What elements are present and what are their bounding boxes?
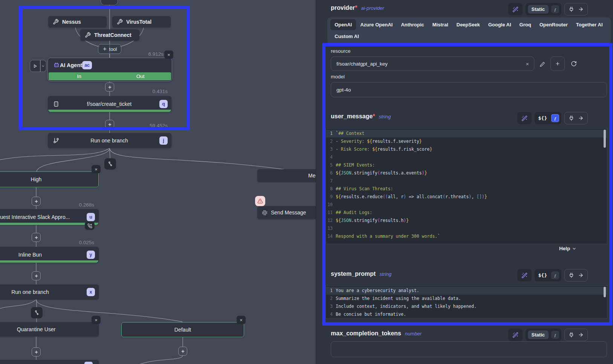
insert-step-button[interactable] xyxy=(105,120,114,129)
provider-tab-openai[interactable]: OpenAI xyxy=(330,19,356,30)
provider-tab-google-ai[interactable]: Google AI xyxy=(484,19,515,30)
add-branch-button[interactable] xyxy=(31,307,43,318)
code-line[interactable]: 12${JSON.stringify(results.h)} xyxy=(326,217,607,225)
insert-step-button[interactable] xyxy=(32,233,41,242)
provider-tab-azure-openai[interactable]: Azure OpenAI xyxy=(356,19,397,30)
run-one-branch-node-x[interactable]: Run one branch x xyxy=(0,284,99,300)
code-line[interactable]: 1`## Context xyxy=(326,130,607,138)
ai-wand-button[interactable] xyxy=(517,112,532,124)
system-prompt-code-editor[interactable]: 1You are a cybersecurity analyst.2Summar… xyxy=(326,285,607,319)
code-line[interactable]: 13 xyxy=(326,225,607,232)
code-line[interactable]: 6${JSON.stringify(results.a.events)} xyxy=(326,169,607,177)
close-icon[interactable]: × xyxy=(92,165,101,173)
create-ticket-node[interactable]: f/soar/create_ticket q xyxy=(48,96,171,112)
insert-step-button[interactable] xyxy=(32,271,41,280)
insert-step-button[interactable] xyxy=(32,197,41,206)
send-message-node[interactable]: Send Message xyxy=(257,206,316,219)
clear-icon[interactable]: × xyxy=(521,61,534,67)
code-line[interactable]: 2Summarize the incident using the availa… xyxy=(326,295,607,303)
arrow-right-icon[interactable] xyxy=(578,332,584,338)
user-message-code-editor[interactable]: 1`## Context2- Severity: ${results.f.sev… xyxy=(326,128,607,244)
arrow-right-icon[interactable] xyxy=(578,6,584,12)
function-mode-icon[interactable]: f xyxy=(551,114,559,122)
code-line[interactable]: 1You are a cybersecurity analyst. xyxy=(326,287,607,295)
ai-wand-button[interactable] xyxy=(508,329,523,341)
scrollbar-thumb[interactable] xyxy=(604,130,606,148)
arrow-right-icon[interactable] xyxy=(578,115,584,121)
code-line[interactable]: 5## SIEM Events: xyxy=(326,161,607,169)
tool-node-virustotal[interactable]: VirusTotal xyxy=(112,16,171,28)
branch-node-high[interactable]: High xyxy=(0,171,99,187)
provider-tab-anthropic[interactable]: Anthropic xyxy=(397,19,428,30)
play-icon[interactable] xyxy=(30,60,40,72)
agent-out-handle[interactable]: Out xyxy=(110,72,171,80)
resource-input[interactable]: × xyxy=(331,57,534,71)
help-dropdown[interactable]: Help xyxy=(559,246,576,251)
code-line[interactable]: 2- Severity: ${results.f.severity} xyxy=(326,138,607,145)
tool-node-nessus[interactable]: Nessus xyxy=(48,16,107,28)
add-resource-button[interactable] xyxy=(550,57,565,71)
plug-icon[interactable] xyxy=(569,115,574,121)
function-mode-icon[interactable]: f xyxy=(551,5,559,13)
static-mode-button[interactable]: Static xyxy=(528,5,549,14)
node-stub-bottom[interactable] xyxy=(0,360,99,364)
code-line[interactable]: 4Be concise but informative. xyxy=(326,310,607,318)
model-value[interactable] xyxy=(331,87,607,93)
arrow-right-icon[interactable] xyxy=(578,272,584,278)
ai-wand-button[interactable] xyxy=(517,269,532,281)
provider-tab-together-ai[interactable]: Together AI xyxy=(572,19,607,30)
static-mode-button[interactable]: Static xyxy=(528,330,549,339)
provider-tab-custom-ai[interactable]: Custom AI xyxy=(330,31,363,42)
plus-icon xyxy=(181,349,185,353)
add-tool-button[interactable]: tool xyxy=(98,44,121,54)
provider-tab-mistral[interactable]: Mistral xyxy=(428,19,452,30)
function-mode-icon[interactable]: f xyxy=(551,271,559,279)
plug-icon[interactable] xyxy=(569,332,574,338)
max-completion-tokens-input[interactable] xyxy=(331,341,607,357)
max-completion-tokens-value[interactable] xyxy=(331,347,607,352)
chevron-down-icon[interactable] xyxy=(41,60,46,72)
code-line[interactable]: 9${results.e.reduce((all, r) => all.conc… xyxy=(326,193,607,201)
template-mode-button[interactable]: ${} xyxy=(537,115,549,121)
tool-node-threatconnect[interactable]: ThreatConnect xyxy=(80,29,139,41)
refresh-resources-button[interactable] xyxy=(569,59,578,68)
slack-approval-node[interactable]: Request Interactive Slack Appro... u xyxy=(0,209,99,225)
branch-node-default[interactable]: Default xyxy=(121,322,244,337)
input-node-stub[interactable] xyxy=(101,0,118,5)
function-mode-icon[interactable]: f xyxy=(551,331,559,339)
branch-node-medium[interactable]: Medium xyxy=(257,169,316,182)
resource-value[interactable] xyxy=(331,61,521,67)
code-line[interactable]: 8## Virus Scan Threats: xyxy=(326,185,607,193)
ai-wand-button[interactable] xyxy=(508,3,523,15)
insert-step-button[interactable] xyxy=(178,347,187,356)
code-line[interactable]: 10 xyxy=(326,201,607,209)
run-one-branch-node-j[interactable]: Run one branch j xyxy=(48,133,171,148)
template-mode-button[interactable]: ${} xyxy=(537,272,549,278)
run-node-button[interactable] xyxy=(30,60,46,72)
plug-icon[interactable] xyxy=(569,6,574,12)
provider-tab-groq[interactable]: Groq xyxy=(515,19,535,30)
ai-agent-node[interactable]: AI Agent ac In Out xyxy=(47,58,172,81)
code-line[interactable]: 11## Audit Logs: xyxy=(326,209,607,217)
provider-tab-deepseek[interactable]: DeepSeek xyxy=(452,19,484,30)
quarantine-user-node[interactable]: Quarantine User xyxy=(0,322,99,336)
edit-resource-button[interactable] xyxy=(538,60,547,69)
provider-tab-openrouter[interactable]: OpenRouter xyxy=(535,19,572,30)
close-icon[interactable]: × xyxy=(237,316,246,324)
inline-bun-node[interactable]: Inline Bun y xyxy=(0,247,99,263)
agent-in-handle[interactable]: In xyxy=(49,72,110,80)
flow-canvas[interactable]: Nessus VirusTotal ThreatConnect tool 6.9… xyxy=(0,0,316,364)
code-line[interactable]: 14Respond with a summary under 300 words… xyxy=(326,232,607,240)
code-line[interactable]: 3- Risk Score: ${results.f.risk_score} xyxy=(326,145,607,153)
add-branch-button[interactable] xyxy=(104,158,116,170)
insert-step-button[interactable] xyxy=(105,83,114,92)
code-line[interactable]: 3Include context, indicators, and what l… xyxy=(326,303,607,310)
scrollbar-thumb[interactable] xyxy=(604,287,606,297)
model-input[interactable] xyxy=(331,82,607,97)
insert-step-button[interactable] xyxy=(32,347,41,356)
plug-icon[interactable] xyxy=(569,272,574,278)
close-icon[interactable]: × xyxy=(164,50,173,59)
code-line[interactable]: 7 xyxy=(326,177,607,185)
close-icon[interactable]: × xyxy=(92,316,101,324)
code-line[interactable]: 4 xyxy=(326,153,607,161)
